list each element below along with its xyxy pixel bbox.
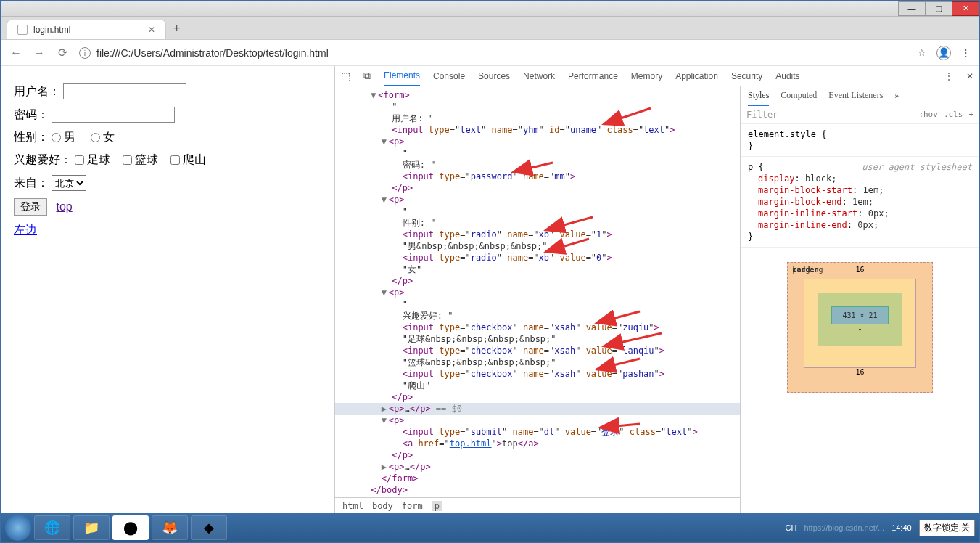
gender-label: 性别： — [14, 130, 49, 145]
hobby-football[interactable] — [75, 155, 84, 165]
numlock-note: 数字锁定:关 — [919, 520, 975, 536]
tab-network[interactable]: Network — [523, 71, 555, 81]
address-bar[interactable]: i file:///C:/Users/Administrator/Desktop… — [79, 47, 907, 59]
device-icon[interactable]: ⧉ — [363, 70, 371, 82]
back-icon[interactable]: ← — [9, 46, 22, 60]
close-button[interactable]: ✕ — [952, 1, 979, 16]
filter-input[interactable]: Filter — [746, 110, 918, 120]
tab-security[interactable]: Security — [731, 71, 762, 81]
gender-female-radio[interactable] — [91, 133, 100, 142]
submit-button[interactable]: 登录 — [14, 198, 47, 216]
taskbar-explorer[interactable]: 📁 — [73, 515, 110, 540]
tab-audits[interactable]: Audits — [775, 71, 799, 81]
taskbar[interactable]: 🌐 📁 ⬤ 🦊 ◆ CH https://blog.csdn.net/... 1… — [1, 513, 979, 542]
tab-console[interactable]: Console — [433, 71, 465, 81]
tab-close-icon[interactable]: ✕ — [148, 25, 155, 35]
hobby-basketball[interactable] — [123, 155, 132, 165]
styles-panel: Styles Computed Event Listeners » Filter… — [740, 86, 979, 513]
gender-male-radio[interactable] — [52, 133, 61, 142]
devtools: ⬚ ⧉ Elements Console Sources Network Per… — [334, 66, 979, 513]
window-titlebar: — ▢ ✕ — [1, 1, 979, 17]
elements-tree[interactable]: ▼<form> " 用户名: " <input type="text" name… — [335, 86, 740, 497]
devtools-close-icon[interactable]: ✕ — [966, 71, 973, 81]
username-label: 用户名： — [14, 84, 60, 99]
watermark: https://blog.csdn.net/... — [804, 523, 884, 532]
taskbar-ie[interactable]: 🌐 — [34, 515, 70, 540]
page-icon — [17, 25, 28, 35]
more-icon[interactable]: » — [894, 90, 899, 101]
devtools-tabs: ⬚ ⧉ Elements Console Sources Network Per… — [335, 66, 979, 86]
from-label: 来自： — [14, 176, 49, 191]
tab-performance[interactable]: Performance — [568, 71, 618, 81]
start-button[interactable] — [5, 515, 31, 541]
hobby-label: 兴趣爱好： — [14, 152, 72, 168]
username-input[interactable] — [63, 83, 186, 99]
maximize-button[interactable]: ▢ — [925, 1, 952, 16]
from-select[interactable]: 北京 — [52, 175, 86, 191]
devtools-menu-icon[interactable]: ⋮ — [944, 71, 953, 81]
star-icon[interactable]: ☆ — [918, 47, 926, 58]
toolbar: ← → ⟳ i file:///C:/Users/Administrator/D… — [1, 40, 979, 66]
breadcrumbs[interactable]: html body form p — [335, 497, 740, 513]
taskbar-chrome[interactable]: ⬤ — [112, 515, 149, 540]
minimize-button[interactable]: — — [898, 1, 926, 16]
password-label: 密码： — [14, 107, 49, 123]
tab-title: login.html — [33, 25, 70, 35]
inspect-icon[interactable]: ⬚ — [341, 70, 350, 82]
element-style[interactable]: element.style { } — [741, 124, 979, 157]
reload-icon[interactable]: ⟳ — [56, 46, 69, 60]
taskbar-eclipse[interactable]: ◆ — [191, 515, 227, 540]
taskbar-firefox[interactable]: 🦊 — [152, 515, 188, 540]
tab-elements[interactable]: Elements — [384, 70, 420, 86]
tab-sources[interactable]: Sources — [478, 71, 510, 81]
new-tab-button[interactable]: + — [166, 17, 187, 39]
forward-icon[interactable]: → — [33, 46, 46, 60]
top-link[interactable]: top — [56, 200, 72, 213]
tab-listeners[interactable]: Event Listeners — [828, 90, 883, 101]
ua-rule[interactable]: user agent stylesheet p { display: block… — [741, 157, 979, 248]
tab-computed[interactable]: Computed — [781, 90, 817, 101]
clock[interactable]: 14:40 — [892, 523, 912, 532]
menu-icon[interactable]: ⋮ — [961, 47, 971, 58]
tab-application[interactable]: Application — [675, 71, 718, 81]
password-input[interactable] — [52, 107, 175, 123]
tab-strip: login.html ✕ + — [1, 17, 979, 40]
left-link[interactable]: 左边 — [14, 223, 37, 238]
profile-icon[interactable]: 👤 — [936, 46, 951, 60]
hobby-climb[interactable] — [170, 155, 180, 165]
ime-indicator[interactable]: CH — [786, 523, 797, 532]
info-icon[interactable]: i — [79, 47, 91, 59]
tab-styles[interactable]: Styles — [748, 90, 769, 106]
url-text: file:///C:/Users/Administrator/Desktop/t… — [96, 47, 329, 59]
page-content: 用户名： 密码： 性别： 男 女 兴趣爱好： 足球 篮球 爬山 来自： 北京 登… — [1, 66, 334, 513]
browser-tab[interactable]: login.html ✕ — [7, 20, 166, 39]
tab-memory[interactable]: Memory — [631, 71, 662, 81]
box-model: margin 16 border padding 431 × 21 - – — [741, 248, 979, 407]
